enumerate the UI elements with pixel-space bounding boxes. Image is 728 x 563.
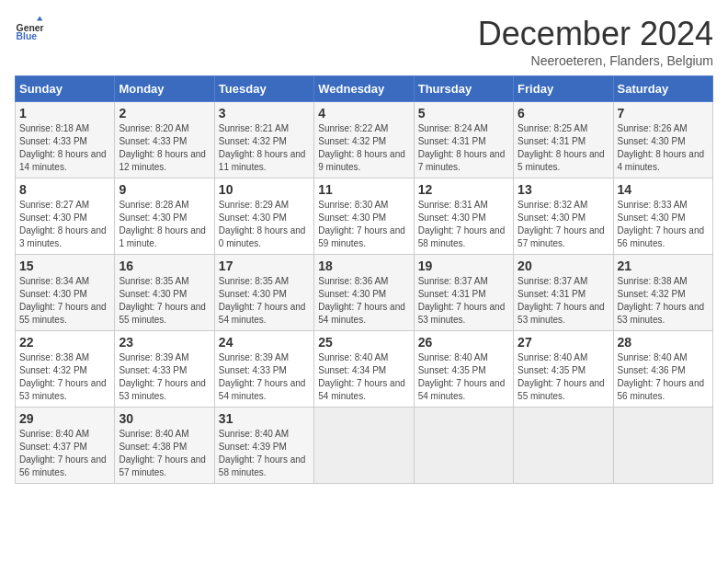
day-number: 26 — [418, 335, 509, 350]
day-number: 15 — [19, 259, 110, 273]
day-info: Sunrise: 8:34 AM Sunset: 4:30 PM Dayligh… — [19, 275, 110, 327]
day-info: Sunrise: 8:27 AM Sunset: 4:30 PM Dayligh… — [19, 199, 110, 250]
weekday-header-row: SundayMondayTuesdayWednesdayThursdayFrid… — [16, 76, 713, 102]
day-number: 30 — [119, 411, 210, 426]
day-number: 29 — [19, 411, 110, 426]
day-number: 18 — [318, 259, 409, 273]
day-cell-17: 17 Sunrise: 8:35 AM Sunset: 4:30 PM Dayl… — [214, 255, 313, 331]
day-number: 16 — [119, 259, 210, 273]
day-info: Sunrise: 8:36 AM Sunset: 4:30 PM Dayligh… — [318, 275, 409, 327]
week-row-1: 1 Sunrise: 8:18 AM Sunset: 4:33 PM Dayli… — [16, 102, 713, 178]
week-row-5: 29 Sunrise: 8:40 AM Sunset: 4:37 PM Dayl… — [16, 408, 713, 484]
day-cell-empty — [613, 408, 712, 484]
day-cell-19: 19 Sunrise: 8:37 AM Sunset: 4:31 PM Dayl… — [414, 255, 513, 331]
day-info: Sunrise: 8:37 AM Sunset: 4:31 PM Dayligh… — [518, 275, 609, 327]
weekday-header-tuesday: Tuesday — [214, 76, 313, 102]
day-cell-10: 10 Sunrise: 8:29 AM Sunset: 4:30 PM Dayl… — [214, 178, 313, 255]
day-number: 28 — [618, 335, 709, 350]
day-info: Sunrise: 8:40 AM Sunset: 4:38 PM Dayligh… — [119, 428, 210, 479]
day-number: 23 — [119, 335, 210, 350]
day-cell-15: 15 Sunrise: 8:34 AM Sunset: 4:30 PM Dayl… — [16, 255, 115, 331]
day-cell-30: 30 Sunrise: 8:40 AM Sunset: 4:38 PM Dayl… — [115, 408, 214, 484]
day-cell-26: 26 Sunrise: 8:40 AM Sunset: 4:35 PM Dayl… — [414, 331, 513, 408]
weekday-header-monday: Monday — [115, 76, 214, 102]
day-info: Sunrise: 8:39 AM Sunset: 4:33 PM Dayligh… — [119, 351, 210, 403]
day-cell-29: 29 Sunrise: 8:40 AM Sunset: 4:37 PM Dayl… — [16, 408, 115, 484]
day-cell-empty — [314, 408, 414, 484]
day-cell-28: 28 Sunrise: 8:40 AM Sunset: 4:36 PM Dayl… — [613, 331, 712, 408]
day-number: 2 — [119, 106, 210, 121]
day-info: Sunrise: 8:40 AM Sunset: 4:35 PM Dayligh… — [418, 351, 509, 403]
day-info: Sunrise: 8:18 AM Sunset: 4:33 PM Dayligh… — [19, 122, 110, 174]
day-number: 6 — [518, 106, 609, 121]
day-number: 13 — [518, 182, 609, 197]
day-number: 19 — [418, 259, 509, 273]
day-cell-13: 13 Sunrise: 8:32 AM Sunset: 4:30 PM Dayl… — [514, 178, 613, 255]
day-number: 7 — [618, 106, 709, 121]
day-cell-22: 22 Sunrise: 8:38 AM Sunset: 4:32 PM Dayl… — [16, 331, 115, 408]
day-number: 10 — [219, 182, 310, 197]
day-info: Sunrise: 8:29 AM Sunset: 4:30 PM Dayligh… — [219, 199, 310, 250]
day-cell-3: 3 Sunrise: 8:21 AM Sunset: 4:32 PM Dayli… — [214, 102, 313, 178]
day-cell-4: 4 Sunrise: 8:22 AM Sunset: 4:32 PM Dayli… — [314, 102, 414, 178]
weekday-header-thursday: Thursday — [414, 76, 513, 102]
day-cell-empty — [414, 408, 513, 484]
day-info: Sunrise: 8:38 AM Sunset: 4:32 PM Dayligh… — [618, 275, 709, 327]
logo: General Blue — [15, 15, 44, 44]
day-info: Sunrise: 8:21 AM Sunset: 4:32 PM Dayligh… — [219, 122, 310, 174]
day-info: Sunrise: 8:40 AM Sunset: 4:36 PM Dayligh… — [618, 351, 709, 403]
day-cell-25: 25 Sunrise: 8:40 AM Sunset: 4:34 PM Dayl… — [314, 331, 414, 408]
day-info: Sunrise: 8:20 AM Sunset: 4:33 PM Dayligh… — [119, 122, 210, 174]
day-cell-9: 9 Sunrise: 8:28 AM Sunset: 4:30 PM Dayli… — [115, 178, 214, 255]
day-cell-7: 7 Sunrise: 8:26 AM Sunset: 4:30 PM Dayli… — [613, 102, 712, 178]
day-cell-11: 11 Sunrise: 8:30 AM Sunset: 4:30 PM Dayl… — [314, 178, 414, 255]
day-number: 12 — [418, 182, 509, 197]
day-cell-24: 24 Sunrise: 8:39 AM Sunset: 4:33 PM Dayl… — [214, 331, 313, 408]
day-cell-1: 1 Sunrise: 8:18 AM Sunset: 4:33 PM Dayli… — [16, 102, 115, 178]
day-info: Sunrise: 8:28 AM Sunset: 4:30 PM Dayligh… — [119, 199, 210, 250]
day-info: Sunrise: 8:33 AM Sunset: 4:30 PM Dayligh… — [618, 199, 709, 250]
subtitle: Neeroeteren, Flanders, Belgium — [478, 53, 713, 68]
day-number: 31 — [219, 411, 310, 426]
svg-marker-2 — [37, 17, 42, 21]
day-cell-empty — [514, 408, 613, 484]
day-info: Sunrise: 8:40 AM Sunset: 4:34 PM Dayligh… — [318, 351, 409, 403]
day-cell-8: 8 Sunrise: 8:27 AM Sunset: 4:30 PM Dayli… — [16, 178, 115, 255]
day-info: Sunrise: 8:35 AM Sunset: 4:30 PM Dayligh… — [219, 275, 310, 327]
day-number: 1 — [19, 106, 110, 121]
day-number: 5 — [418, 106, 509, 121]
day-info: Sunrise: 8:25 AM Sunset: 4:31 PM Dayligh… — [518, 122, 609, 174]
day-info: Sunrise: 8:37 AM Sunset: 4:31 PM Dayligh… — [418, 275, 509, 327]
day-cell-16: 16 Sunrise: 8:35 AM Sunset: 4:30 PM Dayl… — [115, 255, 214, 331]
weekday-header-sunday: Sunday — [16, 76, 115, 102]
day-info: Sunrise: 8:38 AM Sunset: 4:32 PM Dayligh… — [19, 351, 110, 403]
day-info: Sunrise: 8:32 AM Sunset: 4:30 PM Dayligh… — [518, 199, 609, 250]
day-number: 14 — [618, 182, 709, 197]
svg-text:Blue: Blue — [17, 31, 38, 41]
day-number: 27 — [518, 335, 609, 350]
day-number: 22 — [19, 335, 110, 350]
day-number: 17 — [219, 259, 310, 273]
weekday-header-wednesday: Wednesday — [314, 76, 414, 102]
day-cell-21: 21 Sunrise: 8:38 AM Sunset: 4:32 PM Dayl… — [613, 255, 712, 331]
day-cell-6: 6 Sunrise: 8:25 AM Sunset: 4:31 PM Dayli… — [514, 102, 613, 178]
day-info: Sunrise: 8:24 AM Sunset: 4:31 PM Dayligh… — [418, 122, 509, 174]
day-cell-20: 20 Sunrise: 8:37 AM Sunset: 4:31 PM Dayl… — [514, 255, 613, 331]
day-info: Sunrise: 8:22 AM Sunset: 4:32 PM Dayligh… — [318, 122, 409, 174]
day-info: Sunrise: 8:40 AM Sunset: 4:37 PM Dayligh… — [19, 428, 110, 479]
day-cell-31: 31 Sunrise: 8:40 AM Sunset: 4:39 PM Dayl… — [214, 408, 313, 484]
day-cell-2: 2 Sunrise: 8:20 AM Sunset: 4:33 PM Dayli… — [115, 102, 214, 178]
day-info: Sunrise: 8:40 AM Sunset: 4:39 PM Dayligh… — [219, 428, 310, 479]
week-row-4: 22 Sunrise: 8:38 AM Sunset: 4:32 PM Dayl… — [16, 331, 713, 408]
weekday-header-saturday: Saturday — [613, 76, 712, 102]
day-number: 25 — [318, 335, 409, 350]
day-info: Sunrise: 8:40 AM Sunset: 4:35 PM Dayligh… — [518, 351, 609, 403]
week-row-3: 15 Sunrise: 8:34 AM Sunset: 4:30 PM Dayl… — [16, 255, 713, 331]
title-area: December 2024 Neeroeteren, Flanders, Bel… — [478, 15, 713, 68]
day-number: 9 — [119, 182, 210, 197]
logo-icon: General Blue — [15, 15, 44, 44]
day-number: 21 — [618, 259, 709, 273]
calendar-table: SundayMondayTuesdayWednesdayThursdayFrid… — [15, 75, 713, 484]
day-info: Sunrise: 8:26 AM Sunset: 4:30 PM Dayligh… — [618, 122, 709, 174]
weekday-header-friday: Friday — [514, 76, 613, 102]
